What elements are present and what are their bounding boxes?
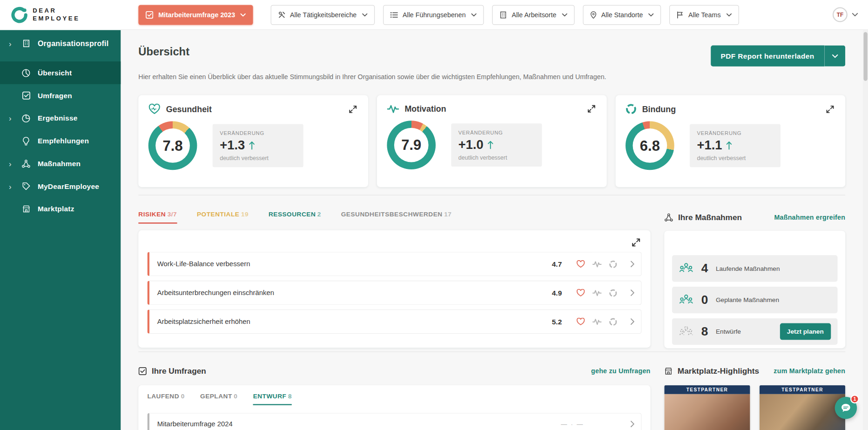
sidebar-item-mydearemployee[interactable]: › MyDearEmployee	[0, 175, 121, 198]
surveys-link[interactable]: gehe zu Umfragen	[591, 367, 651, 375]
ring-icon	[626, 103, 637, 114]
chevron-right-icon	[631, 318, 634, 325]
filter-standorte[interactable]: Alle Standorte	[583, 5, 661, 25]
list-icon	[390, 12, 398, 18]
measure-label: Laufende Maßnahmen	[716, 265, 831, 272]
measure-count: 8	[700, 324, 709, 339]
risk-row-work-life-balance[interactable]: Work-Life-Balance verbessern 4.7	[147, 252, 641, 276]
arrow-up-icon	[726, 141, 733, 150]
expand-icon[interactable]	[631, 237, 642, 248]
page-header: Übersicht PDF Report herunterladen	[138, 46, 845, 67]
topbar: DEAR EMPLOYEE Mitarbeiterumfrage 2023 Al…	[0, 0, 868, 30]
marketplace-header: Marktplatz-Highlights zum Marktplatz geh…	[664, 364, 845, 378]
scrollbar-thumb[interactable]	[863, 32, 867, 81]
tab-laufend[interactable]: LAUFEND0	[147, 393, 184, 405]
filter-fuehrungsebenen[interactable]: Alle Führungsebenen	[383, 5, 484, 25]
jetzt-planen-button[interactable]: Jetzt planen	[780, 323, 831, 340]
sidebar-item-organisationsprofil[interactable]: › Organisationsprofil	[0, 32, 121, 55]
filter-label: Alle Standorte	[601, 11, 643, 19]
survey-selector-button[interactable]: Mitarbeiterumfrage 2023	[138, 5, 253, 25]
chevron-right-icon: ›	[9, 182, 21, 190]
tab-label: POTENTIALE	[197, 211, 239, 217]
change-label: VERÄNDERUNG	[697, 130, 773, 136]
marketplace-card[interactable]: TESTPARTNER	[760, 385, 845, 430]
change-box: VERÄNDERUNG +1.1 deutlich verbessert	[690, 124, 781, 167]
chevron-right-icon	[631, 261, 634, 267]
people-group-icon	[679, 293, 693, 307]
survey-row-mitarbeiterumfrage-2024[interactable]: Mitarbeiterumfrage 2024 — · —	[147, 413, 641, 430]
sidebar-item-uebersicht[interactable]: › Übersicht	[0, 61, 121, 84]
page-title: Übersicht	[138, 46, 189, 58]
tab-label: RESSOURCEN	[269, 211, 316, 217]
risk-title: Work-Life-Balance verbessern	[157, 260, 552, 268]
chat-launcher-button[interactable]: 1	[835, 397, 857, 419]
smile-logo-icon	[11, 7, 28, 23]
sidebar-item-label: Empfehlungen	[38, 137, 89, 145]
expand-icon[interactable]	[348, 104, 358, 114]
building-icon	[21, 39, 31, 47]
insight-tabs: RISIKEN3/7 POTENTIALE19 RESSOURCEN2 GESU…	[138, 211, 650, 223]
surveys-title: Ihre Umfragen	[152, 366, 591, 375]
arrow-up-icon	[487, 140, 494, 149]
measure-row-laufend: 4 Laufende Maßnahmen	[672, 255, 838, 282]
tab-potentiale[interactable]: POTENTIALE19	[197, 211, 249, 223]
kpi-card-gesundheit: Gesundheit 7.8 VERÄNDERUNG +1.3	[138, 95, 368, 187]
sidebar-item-umfragen[interactable]: › Umfragen	[0, 84, 121, 107]
topbar-controls: Mitarbeiterumfrage 2023 Alle Tätigkeitsb…	[138, 5, 747, 25]
measure-row-entwuerfe: 8 Entwürfe Jetzt planen	[672, 318, 838, 345]
tab-risiken[interactable]: RISIKEN3/7	[138, 211, 177, 223]
filter-arbeitsorte[interactable]: Alle Arbeitsorte	[492, 5, 575, 25]
tag-icon	[21, 182, 31, 190]
measure-label: Entwürfe	[716, 328, 773, 335]
sidebar-item-label: Organisationsprofil	[38, 39, 109, 47]
page-subtitle: Hier erhalten Sie einen Überblick über d…	[138, 73, 845, 81]
lightbulb-icon	[21, 136, 31, 145]
measures-title: Ihre Maßnahmen	[678, 213, 774, 222]
risk-score: 4.7	[552, 260, 562, 268]
risk-row-arbeitsunterbrechungen[interactable]: Arbeitsunterbrechungen einschränken 4.9	[147, 281, 641, 305]
filter-teams[interactable]: Alle Teams	[670, 5, 739, 25]
account-menu[interactable]: TF	[833, 7, 858, 22]
change-value: +1.1	[697, 138, 722, 153]
change-label: VERÄNDERUNG	[458, 129, 535, 135]
heart-icon	[576, 260, 585, 268]
main-content: Übersicht PDF Report herunterladen Hier …	[121, 30, 868, 430]
checkbox-icon	[146, 11, 154, 19]
kpi-row: Gesundheit 7.8 VERÄNDERUNG +1.3	[138, 95, 845, 187]
change-label: VERÄNDERUNG	[220, 130, 296, 136]
sidebar-item-label: MyDearEmployee	[38, 182, 99, 190]
tab-gesundheitsbeschwerden[interactable]: GESUNDHEITSBESCHWERDEN17	[341, 211, 452, 223]
scrollbar-track	[863, 30, 868, 430]
sidebar-item-label: Maßnahmen	[38, 160, 81, 168]
score-donut: 6.8	[626, 121, 674, 170]
sidebar-item-massnahmen[interactable]: › Maßnahmen	[0, 152, 121, 175]
expand-icon[interactable]	[825, 104, 835, 114]
marketplace-link[interactable]: zum Marktplatz gehen	[774, 367, 845, 375]
change-note: deutlich verbessert	[220, 155, 296, 161]
sidebar-item-ergebnisse[interactable]: › Ergebnisse	[0, 107, 121, 130]
filter-label: Alle Arbeitsorte	[511, 11, 556, 19]
risk-row-arbeitsplatzsicherheit[interactable]: Arbeitsplatzsicherheit erhöhen 5.2	[147, 309, 641, 334]
sidebar-item-label: Übersicht	[38, 68, 72, 77]
tab-ressourcen[interactable]: RESSOURCEN2	[269, 211, 321, 223]
filter-taetigkeitsbereiche[interactable]: Alle Tätigkeitsbereiche	[270, 5, 375, 25]
tab-geplant[interactable]: GEPLANT0	[200, 393, 237, 405]
sidebar-item-marktplatz[interactable]: › Marktplatz	[0, 198, 121, 221]
tab-count: 0	[234, 393, 237, 399]
pdf-report-button[interactable]: PDF Report herunterladen	[711, 46, 824, 67]
tab-entwurf[interactable]: ENTWURF8	[253, 393, 292, 405]
risk-title: Arbeitsplatzsicherheit erhöhen	[157, 318, 552, 326]
heart-icon	[576, 289, 585, 297]
sidebar-item-empfehlungen[interactable]: › Empfehlungen	[0, 129, 121, 152]
people-group-icon	[679, 262, 693, 275]
pdf-report-dropdown-button[interactable]	[824, 46, 845, 67]
partner-photo	[664, 394, 750, 430]
brand-logo[interactable]: DEAR EMPLOYEE	[0, 0, 121, 30]
brand-line2: EMPLOYEE	[33, 15, 80, 21]
survey-title: Mitarbeiterumfrage 2024	[157, 420, 561, 428]
filter-label: Alle Führungsebenen	[403, 11, 466, 19]
measures-link[interactable]: Maßnahmen ergreifen	[774, 214, 845, 222]
expand-icon[interactable]	[586, 103, 597, 114]
marketplace-card[interactable]: TESTPARTNER	[664, 385, 750, 430]
building-icon	[499, 11, 507, 19]
